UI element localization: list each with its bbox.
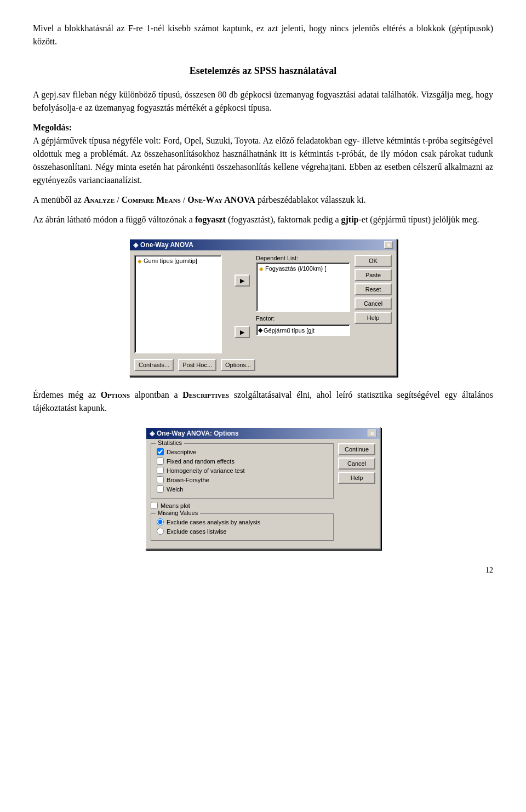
p3-compare: Compare Means bbox=[122, 195, 181, 204]
dialog2-cb-fixed: Fixed and random effects bbox=[157, 458, 328, 465]
p5-mid: alpontban a bbox=[130, 390, 182, 399]
dialog1-dependent-item-1: ◆ Fogyasztás (l/100km) [ bbox=[258, 265, 348, 272]
dialog2-title-icon: ◈ bbox=[150, 430, 155, 437]
dialog1-titlebar: ◈ One-Way ANOVA ✕ bbox=[130, 239, 396, 250]
dialog1-body: ◆ Gumi típus [gumitip] ▶ ▶ bbox=[130, 250, 396, 375]
dialog2-homogeneity-checkbox[interactable] bbox=[157, 467, 164, 474]
dialog2-descriptive-checkbox[interactable] bbox=[157, 448, 164, 455]
dialog1-paste-button[interactable]: Paste bbox=[355, 269, 392, 281]
dialog2-descriptive-label: Descriptive bbox=[167, 449, 196, 455]
dialog1-help-button[interactable]: Help bbox=[355, 312, 392, 324]
dialog1-factor-listbox[interactable]: ◆ Gépjármű típus [gjt bbox=[256, 324, 350, 336]
dialog1-dependent-section: Dependent List: ◆ Fogyasztás (l/100km) [ bbox=[256, 255, 350, 312]
dialog1-contrasts-button[interactable]: Contrasts... bbox=[134, 359, 174, 371]
p4-mid1: (fogyasztást), faktornak pedig a bbox=[226, 215, 341, 224]
page-number: 12 bbox=[33, 566, 493, 575]
dialog2-radio-exclude-listwise: Exclude cases listwise bbox=[157, 528, 328, 535]
dialog1-buttons-panel: OK Paste Reset Cancel Help bbox=[355, 255, 392, 353]
dialog2-statistics-label: Statistics bbox=[156, 439, 184, 446]
dialog1-cancel-button[interactable]: Cancel bbox=[355, 298, 392, 310]
dialog1-left-item-1-text: Gumi típus [gumitip] bbox=[144, 258, 197, 264]
dialog2-missing-values-label: Missing Values bbox=[156, 510, 200, 516]
dialog2-means-plot-label: Means plot bbox=[161, 502, 190, 509]
p4-bold2: gjtip bbox=[341, 215, 358, 224]
dialog2-cb-welch: Welch bbox=[157, 485, 328, 493]
dialog2-brown-label: Brown-Forsythe bbox=[167, 477, 209, 483]
paragraph1-text: A gepj.sav fileban négy különböző típusú… bbox=[33, 90, 493, 112]
p5-options: Options bbox=[101, 390, 130, 399]
diamond-icon-factor: ◆ bbox=[258, 327, 262, 334]
dialog2-title-left: ◈ One-Way ANOVA: Options bbox=[150, 430, 239, 437]
section-heading: Esetelemzés az SPSS használatával bbox=[33, 64, 493, 78]
dialog2-exclude-listwise-label: Exclude cases listwise bbox=[167, 528, 226, 535]
dialog2-close-button[interactable]: ✕ bbox=[368, 430, 376, 437]
dialog2-title-text: One-Way ANOVA: Options bbox=[157, 430, 239, 437]
dialog1-posthoc-button[interactable]: Post Hoc... bbox=[178, 359, 216, 371]
p3-after: párbeszédablakot válasszuk ki. bbox=[255, 195, 366, 204]
dialog1-left-item-1: ◆ Gumi típus [gumitip] bbox=[136, 257, 220, 265]
dialog1-left-listbox[interactable]: ◆ Gumi típus [gumitip] bbox=[134, 255, 222, 353]
dialog2-help-button[interactable]: Help bbox=[338, 472, 375, 484]
dialog2-body: Statistics Descriptive Fixed and random … bbox=[146, 439, 380, 548]
dialog1-window: ◈ One-Way ANOVA ✕ ◆ Gumi típus [gumitip] bbox=[129, 238, 397, 376]
dialog1-factor-section: Factor: ◆ Gépjármű típus [gjt bbox=[256, 315, 350, 336]
p3-mid2: / bbox=[181, 195, 187, 204]
p3-before: A menüből az bbox=[33, 195, 84, 204]
dialog1-arrow-button-2[interactable]: ▶ bbox=[235, 326, 250, 338]
diamond-icon-dep: ◆ bbox=[259, 266, 264, 272]
dialog2-missing-values-group: Missing Values Exclude cases analysis by… bbox=[151, 513, 334, 541]
dialog2-window: ◈ One-Way ANOVA: Options ✕ Statistics De… bbox=[145, 427, 381, 550]
dialog2-welch-label: Welch bbox=[167, 486, 183, 493]
dialog1-factor-label: Factor: bbox=[256, 315, 350, 322]
dialog2-cb-brown: Brown-Forsythe bbox=[157, 476, 328, 483]
diamond-icon-1: ◆ bbox=[138, 258, 142, 264]
dialog1-title-left: ◈ One-Way ANOVA bbox=[133, 241, 193, 249]
dialog1-dependent-label: Dependent List: bbox=[256, 255, 350, 261]
dialog2-buttons-panel: Continue Cancel Help bbox=[338, 443, 375, 544]
opening-paragraph: Mivel a blokkhatásnál az F-re 1-nél kise… bbox=[33, 22, 493, 48]
dialog1-middle-panel: ▶ ▶ bbox=[233, 255, 251, 353]
dialog1-dependent-listbox[interactable]: ◆ Fogyasztás (l/100km) [ bbox=[256, 262, 350, 312]
dialog1-factor-item-text: Gépjármű típus [gjt bbox=[264, 327, 315, 334]
p3-oneway: One-Way ANOVA bbox=[187, 195, 255, 204]
p4-after: -et (gépjármű típust) jelöljük meg. bbox=[358, 215, 479, 224]
dialog2-container: ◈ One-Way ANOVA: Options ✕ Statistics De… bbox=[33, 427, 493, 550]
paragraph2-text: A gépjárművek típusa négyféle volt: Ford… bbox=[33, 136, 493, 185]
paragraph-5: Érdemes még az Options alpontban a Descr… bbox=[33, 388, 493, 415]
dialog1-options-button[interactable]: Options... bbox=[221, 359, 255, 371]
dialog1-ok-button[interactable]: OK bbox=[355, 255, 392, 267]
dialog2-welch-checkbox[interactable] bbox=[157, 485, 164, 493]
dialog2-cb-descriptive: Descriptive bbox=[157, 448, 328, 455]
dialog1-right-panel: Dependent List: ◆ Fogyasztás (l/100km) [… bbox=[256, 255, 350, 353]
paragraph-1: A gepj.sav fileban négy különböző típusú… bbox=[33, 88, 493, 115]
p4-bold1: fogyaszt bbox=[195, 215, 226, 224]
dialog2-means-plot-row: Means plot bbox=[151, 502, 334, 509]
dialog2-exclude-listwise-radio[interactable] bbox=[157, 528, 164, 535]
dialog2-homogeneity-label: Homogeneity of variance test bbox=[167, 467, 244, 474]
dialog1-dependent-item-1-text: Fogyasztás (l/100km) [ bbox=[265, 265, 326, 272]
paragraph-megoldas: Megoldás: A gépjárművek típusa négyféle … bbox=[33, 121, 493, 187]
paragraph-4: Az ábrán látható módon a függő változóna… bbox=[33, 213, 493, 226]
p3-mid: / bbox=[115, 195, 121, 204]
dialog1-left-panel: ◆ Gumi típus [gumitip] bbox=[134, 255, 228, 353]
dialog2-brown-checkbox[interactable] bbox=[157, 476, 164, 483]
dialog1-reset-button[interactable]: Reset bbox=[355, 283, 392, 295]
dialog1-title-text: One-Way ANOVA bbox=[140, 241, 193, 249]
dialog1-container: ◈ One-Way ANOVA ✕ ◆ Gumi típus [gumitip] bbox=[33, 238, 493, 376]
dialog1-close-button[interactable]: ✕ bbox=[384, 241, 393, 249]
dialog2-fixed-label: Fixed and random effects bbox=[167, 458, 235, 465]
dialog2-exclude-analysis-radio[interactable] bbox=[157, 518, 164, 525]
p5-descriptives: Descriptives bbox=[182, 390, 229, 399]
p3-analyze: Analyze bbox=[84, 195, 115, 204]
dialog1-arrow-button-1[interactable]: ▶ bbox=[235, 275, 250, 287]
dialog2-means-plot-checkbox[interactable] bbox=[151, 502, 158, 509]
dialog2-fixed-checkbox[interactable] bbox=[157, 458, 164, 465]
dialog1-title-icon: ◈ bbox=[133, 241, 138, 249]
dialog2-cb-homogeneity: Homogeneity of variance test bbox=[157, 467, 328, 474]
dialog1-bottom-buttons: Contrasts... Post Hoc... Options... bbox=[134, 357, 392, 371]
paragraph-3: A menüből az Analyze / Compare Means / O… bbox=[33, 193, 493, 207]
dialog2-left-panel: Statistics Descriptive Fixed and random … bbox=[151, 443, 334, 544]
dialog2-main-row: Statistics Descriptive Fixed and random … bbox=[151, 443, 375, 544]
dialog2-cancel-button[interactable]: Cancel bbox=[338, 458, 375, 470]
dialog2-continue-button[interactable]: Continue bbox=[338, 443, 375, 455]
